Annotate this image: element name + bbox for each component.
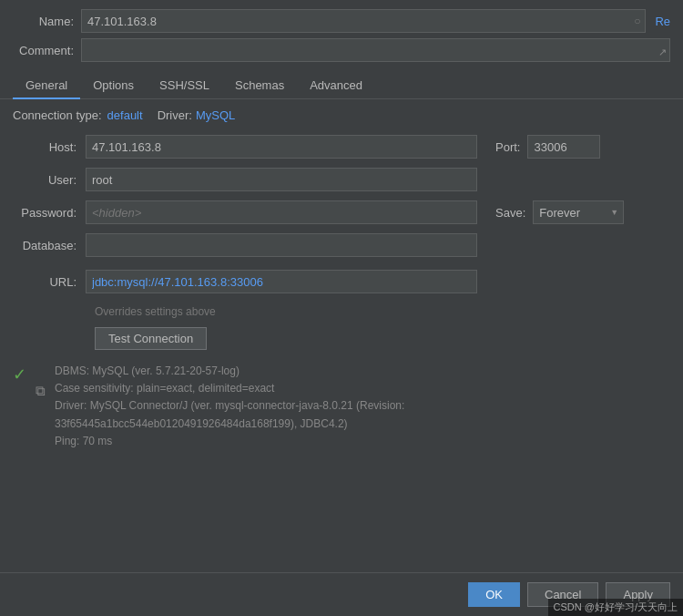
connection-type-row: Connection type: default Driver: MySQL (13, 108, 670, 122)
user-input[interactable] (86, 168, 477, 191)
save-select[interactable]: Forever Until restart Never (533, 200, 624, 224)
info-line5: Ping: 70 ms (55, 433, 404, 450)
tab-advanced[interactable]: Advanced (297, 73, 375, 99)
connection-info: ✓ ⧉ DBMS: MySQL (ver. 5.7.21-20-57-log) … (13, 363, 670, 450)
port-input[interactable] (527, 135, 600, 159)
top-section: Name: ○ Re Comment: ↗ (0, 0, 683, 73)
info-text-block: DBMS: MySQL (ver. 5.7.21-20-57-log) Case… (55, 363, 404, 450)
host-input[interactable] (86, 135, 477, 159)
user-row: User: (13, 168, 670, 191)
dialog: Name: ○ Re Comment: ↗ General Options SS… (0, 0, 683, 616)
host-label: Host: (13, 140, 86, 154)
url-input[interactable] (86, 270, 477, 293)
clear-icon: ○ (634, 15, 640, 27)
ok-button[interactable]: OK (468, 582, 520, 607)
watermark: CSDN @好好学习/天天向上 (548, 599, 683, 616)
expand-icon: ↗ (658, 46, 667, 58)
name-row: Name: ○ Re (13, 9, 670, 33)
info-line2: Case sensitivity: plain=exact, delimited… (55, 380, 404, 397)
tab-general[interactable]: General (13, 73, 80, 99)
copy-icon: ⧉ (36, 383, 46, 450)
tabs-bar: General Options SSH/SSL Schemas Advanced (0, 73, 683, 99)
url-label: URL: (13, 275, 86, 289)
info-line3: Driver: MySQL Connector/J (ver. mysql-co… (55, 397, 404, 415)
password-input[interactable] (86, 200, 477, 224)
form-grid: Host: Port: User: Password: Save: (13, 135, 670, 318)
port-label: Port: (495, 140, 527, 154)
comment-label: Comment: (13, 44, 81, 57)
name-input-wrap: ○ (81, 9, 646, 33)
driver-prefix: Driver: (158, 108, 192, 122)
save-group: Save: Forever Until restart Never (495, 200, 624, 224)
save-select-wrap: Forever Until restart Never (533, 200, 624, 224)
re-link[interactable]: Re (655, 15, 670, 28)
database-label: Database: (13, 239, 86, 252)
database-row: Database: (13, 233, 670, 257)
name-input[interactable] (81, 9, 646, 33)
url-row: URL: (13, 270, 670, 293)
name-label: Name: (13, 15, 81, 28)
tab-schemas[interactable]: Schemas (222, 73, 297, 99)
connection-type-value[interactable]: default (107, 108, 143, 122)
driver-value[interactable]: MySQL (196, 108, 235, 122)
password-row: Password: Save: Forever Until restart Ne… (13, 200, 670, 224)
connection-type-prefix: Connection type: (13, 108, 102, 122)
check-icon: ✓ (13, 364, 26, 450)
host-row: Host: Port: (13, 135, 670, 159)
test-connection-button[interactable]: Test Connection (95, 327, 207, 350)
tab-options[interactable]: Options (80, 73, 147, 99)
info-line4: 33f65445a1bcc544eb0120491926484da168f199… (55, 416, 404, 433)
comment-input[interactable] (81, 38, 670, 62)
info-line1: DBMS: MySQL (ver. 5.7.21-20-57-log) (55, 363, 404, 380)
tab-ssh-ssl[interactable]: SSH/SSL (147, 73, 222, 99)
comment-input-wrap: ↗ (81, 38, 670, 62)
database-input[interactable] (86, 233, 477, 257)
user-label: User: (13, 173, 86, 187)
comment-row: Comment: ↗ (13, 38, 670, 62)
content-area: Connection type: default Driver: MySQL H… (0, 99, 683, 572)
save-label: Save: (495, 206, 533, 220)
password-label: Password: (13, 206, 86, 220)
port-group: Port: (495, 135, 600, 159)
overrides-text: Overrides settings above (95, 305, 670, 318)
